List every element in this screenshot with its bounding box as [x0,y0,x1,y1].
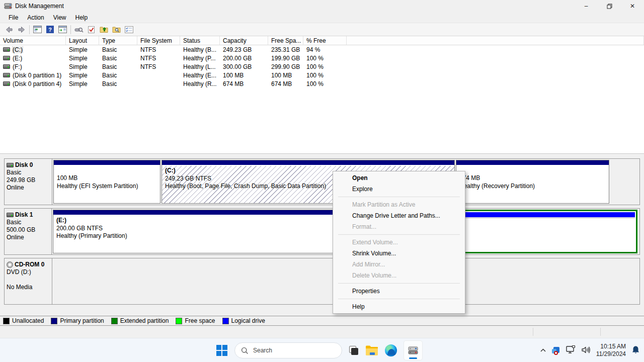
context-menu-item[interactable]: Delete Volume... [333,270,465,281]
context-menu: Open Explore Mark Partition as Active Ch… [333,171,465,314]
context-menu-item[interactable]: Help [333,301,465,312]
menu-action[interactable]: Action [23,13,48,23]
context-menu-item[interactable] [333,232,465,237]
partition-recovery[interactable]: 674 MB Healthy (Recovery Partition) [456,160,609,204]
volume-row[interactable]: (E:) Simple Basic NTFS Healthy (P... 200… [0,54,644,62]
status-bar-divider [533,328,533,336]
context-menu-item[interactable]: Extend Volume... [333,237,465,248]
context-menu-item[interactable] [333,297,465,301]
context-menu-item[interactable]: Mark Partition as Active [333,199,465,210]
edge-icon [385,344,397,356]
console-tree-icon [33,26,42,33]
taskbar-clock[interactable]: 10:15 AM 11/29/2024 [596,343,626,358]
column-header-percent-free[interactable]: % Free [303,36,347,45]
cdrom0-label[interactable]: CD-ROM 0 DVD (D:) No Media [5,258,52,304]
legend-swatch [222,318,229,324]
checklist-icon [125,26,133,33]
disk0-label[interactable]: Disk 0 Basic 249.98 GB Online [5,159,52,205]
taskbar: Search [0,338,644,362]
volume-disk-icon [3,47,10,52]
bell-icon [631,345,640,354]
start-button[interactable] [215,344,228,357]
disk-management-icon [407,344,419,356]
notifications-button[interactable] [631,345,640,356]
folder-search-button[interactable] [110,24,123,35]
volume-list-header: Volume Layout Type File System Status Ca… [0,36,644,45]
context-menu-item[interactable]: Change Drive Letter and Paths... [333,210,465,221]
legend-item: Free space [176,317,215,324]
column-header-capacity[interactable]: Capacity [220,36,268,45]
action-pane-button[interactable] [56,24,69,35]
folder-search-icon [112,26,121,33]
check-page-icon [88,26,95,34]
column-header-free-space[interactable]: Free Spa... [268,36,303,45]
legend-swatch [51,318,57,324]
volume-disk-icon [3,64,10,69]
legend-item: Logical drive [222,317,265,324]
context-menu-item[interactable]: Shrink Volume... [333,248,465,259]
clock-time: 10:15 AM [596,343,626,350]
column-header-filler [347,36,644,45]
windows-logo-icon [216,345,227,356]
file-explorer-button[interactable] [365,344,378,357]
back-icon [5,26,13,34]
folder-up-button[interactable] [98,24,110,35]
tray-chevron-button[interactable] [540,347,546,354]
context-menu-item[interactable]: Explore [333,184,465,195]
checklist-button[interactable] [123,24,135,35]
network-tray-button[interactable] [566,345,576,355]
clock-date: 11/29/2024 [596,350,626,358]
task-view-button[interactable] [348,345,359,356]
disk-management-window: Disk Management – ✕ File Action View Hel… [0,0,644,338]
check-page-button[interactable] [85,24,98,35]
forward-button[interactable] [15,24,28,35]
graphical-view: Disk 0 Basic 249.98 GB Online 100 MB Hea… [0,157,644,316]
magnifier-tool-icon [74,26,84,33]
column-header-type[interactable]: Type [99,36,137,45]
context-menu-item[interactable] [333,281,465,286]
help-button[interactable]: ? [44,24,56,35]
status-bar-divider [600,328,601,336]
partition-efi[interactable]: 100 MB Healthy (EFI System Partition) [53,160,160,204]
minimize-button[interactable]: – [575,0,598,12]
legend-bar: Unallocated Primary partition Extended p… [0,316,644,326]
file-explorer-icon [365,345,378,356]
column-header-file-system[interactable]: File System [137,36,180,45]
primary-partition-band [162,160,454,166]
menu-file[interactable]: File [4,13,23,23]
cd-rom-icon [7,261,13,268]
rescan-button[interactable] [72,24,85,35]
context-menu-item[interactable]: Add Mirror... [333,259,465,270]
help-icon: ? [46,26,54,33]
taskbar-search[interactable]: Search [234,342,342,358]
context-menu-item[interactable]: Properties [333,286,465,297]
disk-row-cdrom0: CD-ROM 0 DVD (D:) No Media [4,258,640,305]
console-tree-button[interactable] [31,24,44,35]
menu-view[interactable]: View [49,13,71,23]
back-button[interactable] [3,24,15,35]
legend-swatch [176,318,182,324]
volume-tray-button[interactable] [581,346,591,355]
volume-row[interactable]: (Disk 0 partition 4) Simple Basic Health… [0,79,644,88]
volume-row[interactable]: (C:) Simple Basic NTFS Healthy (B... 249… [0,45,644,54]
column-header-status[interactable]: Status [180,36,220,45]
volume-row[interactable]: (F:) Simple Basic NTFS Healthy (L... 300… [0,62,644,71]
toolbar: ? [0,23,644,36]
status-bar [0,326,644,338]
disk-management-taskbar-button[interactable] [404,340,423,360]
restore-button[interactable] [598,0,621,12]
column-header-layout[interactable]: Layout [66,36,99,45]
edge-button[interactable] [384,344,397,357]
search-placeholder: Search [253,347,272,354]
close-button[interactable]: ✕ [621,0,644,12]
disk1-label[interactable]: Disk 1 Basic 500.00 GB Online [5,209,52,254]
tray-status-icon[interactable] [552,346,560,355]
disk-row-disk0: Disk 0 Basic 249.98 GB Online 100 MB Hea… [4,158,640,205]
context-menu-item[interactable]: Open [333,172,465,184]
action-pane-icon [58,26,67,33]
volume-row[interactable]: (Disk 0 partition 1) Simple Basic Health… [0,71,644,79]
column-header-volume[interactable]: Volume [0,36,66,45]
context-menu-item[interactable]: Format... [333,221,465,232]
context-menu-item[interactable] [333,195,465,199]
menu-help[interactable]: Help [71,13,93,23]
